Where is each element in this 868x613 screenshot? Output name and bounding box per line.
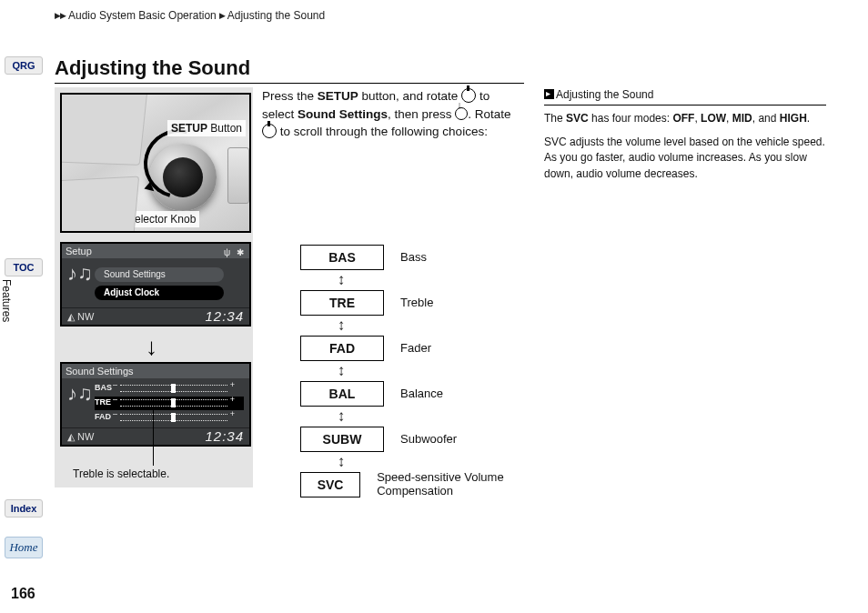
ladder-label: Speed-sensitive Volume Compensation — [377, 471, 524, 498]
ladder-code: TRE — [300, 290, 384, 316]
treble-footnote: Treble is selectable. — [73, 467, 169, 480]
screen-title: Sound Settings — [66, 366, 134, 377]
triangle-icon: ▶ — [219, 11, 225, 20]
ladder-label: Balance — [400, 387, 443, 401]
up-down-arrow-icon: ↕ — [300, 360, 382, 382]
triangle-icon: ▶▶ — [55, 11, 66, 20]
row-bas: BAS — [95, 382, 240, 396]
ladder-row: BASBass — [300, 246, 524, 269]
body-text: Press the SETUP button, and rotate to se… — [262, 87, 524, 141]
page-number: 166 — [11, 586, 35, 602]
leader-line — [153, 400, 154, 466]
rotate-dial-icon — [262, 124, 277, 138]
press-dial-icon — [455, 107, 468, 120]
ladder-label: Treble — [400, 296, 433, 310]
up-down-arrow-icon: ↕ — [300, 406, 382, 427]
menu-sound-settings: Sound Settings — [95, 267, 224, 282]
ladder-label: Fader — [400, 342, 431, 356]
up-down-arrow-icon: ↕ — [300, 315, 382, 337]
dashboard-photo: SETUP Button Selector Knob — [60, 93, 251, 233]
ladder-row: BALBalance — [300, 382, 524, 406]
ladder-label: Subwoofer — [400, 433, 457, 447]
nav-home[interactable]: Home — [5, 537, 43, 558]
breadcrumb-b: Adjusting the Sound — [227, 9, 325, 22]
setup-callout: SETUP Button — [167, 120, 246, 136]
nav-toc[interactable]: TOC — [5, 258, 43, 276]
screen-setup: Setup ψ ✱ ♪♫ Sound Settings Adjust Clock… — [60, 242, 251, 327]
breadcrumb-a: Audio System Basic Operation — [68, 9, 217, 22]
screen-sound-settings: Sound Settings ♪♫ BAS TRE FAD ◭ NW 12:34 — [60, 362, 251, 447]
selector-callout: Selector Knob — [124, 211, 199, 227]
rotate-dial-icon — [461, 88, 476, 103]
nav-index[interactable]: Index — [5, 499, 43, 518]
compass-dir: NW — [77, 311, 94, 322]
screen-title: Setup — [66, 246, 92, 256]
compass-icon: ◭ — [67, 431, 75, 442]
sidebar-note-p1: The SVC has four modes: OFF, LOW, MID, a… — [544, 111, 826, 126]
down-arrow-icon: ↓ — [146, 335, 157, 358]
compass-dir: NW — [77, 431, 94, 442]
up-down-arrow-icon: ↕ — [300, 269, 382, 291]
link-marker-icon — [544, 89, 554, 99]
ladder-row: SVCSpeed-sensitive Volume Compensation — [300, 473, 524, 497]
row-tre: TRE — [95, 397, 244, 410]
ladder-code: SVC — [300, 472, 360, 497]
clock: 12:34 — [205, 308, 244, 325]
sidebar-note: Adjusting the Sound The SVC has four mod… — [544, 87, 826, 182]
music-icon: ♪♫ — [67, 262, 93, 286]
page-title: Adjusting the Sound — [55, 56, 524, 84]
nav-qrg[interactable]: QRG — [5, 56, 43, 75]
row-fad: FAD — [95, 411, 240, 425]
menu-adjust-clock: Adjust Clock — [95, 286, 224, 300]
clock: 12:34 — [205, 428, 244, 445]
section-label: Features — [0, 279, 13, 322]
ladder-code: FAD — [300, 336, 384, 361]
up-down-arrow-icon: ↕ — [300, 451, 382, 473]
ladder-code: BAS — [300, 245, 384, 270]
ladder-code: BAL — [300, 381, 384, 407]
breadcrumb: ▶▶ Audio System Basic Operation ▶ Adjust… — [55, 9, 325, 22]
ladder-row: FADFader — [300, 337, 524, 360]
sidebar-note-head: Adjusting the Sound — [544, 87, 826, 106]
ladder-row: TRETreble — [300, 291, 524, 315]
illustration-panel: SETUP Button Selector Knob Setup ψ ✱ ♪♫ … — [55, 87, 253, 487]
compass-icon: ◭ — [67, 311, 75, 322]
sound-settings-ladder: BASBass↕TRETreble↕FADFader↕BALBalance↕SU… — [300, 246, 524, 497]
music-icon: ♪♫ — [67, 382, 93, 406]
ladder-code: SUBW — [300, 427, 384, 452]
ladder-row: SUBWSubwoofer — [300, 427, 524, 451]
ladder-label: Bass — [400, 251, 427, 265]
setup-key-graphic — [227, 147, 249, 204]
sidebar-note-p2: SVC adjusts the volume level based on th… — [544, 135, 826, 182]
